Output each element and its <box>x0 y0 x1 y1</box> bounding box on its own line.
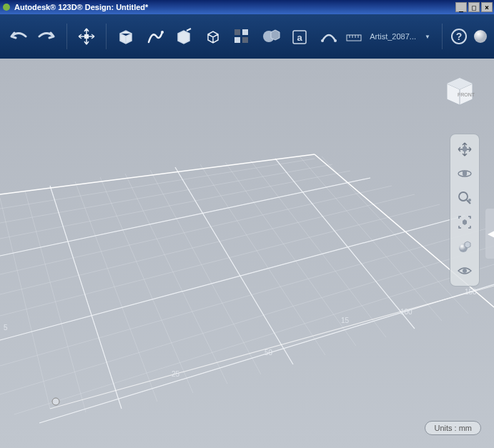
svg-rect-3 <box>234 29 240 35</box>
cube-icon <box>116 26 136 46</box>
modify-icon <box>203 26 223 46</box>
svg-rect-5 <box>234 37 240 43</box>
grid-label: 5 <box>4 324 8 332</box>
pan-icon <box>457 141 473 157</box>
window-title: Autodesk® 123D® Design: Untitled* <box>14 3 455 11</box>
navigation-bar <box>450 134 480 287</box>
modify-button[interactable] <box>201 22 225 51</box>
svg-point-0 <box>3 4 10 11</box>
grid-label: 100 <box>400 308 413 316</box>
svg-rect-4 <box>242 29 248 35</box>
redo-button[interactable] <box>34 22 59 51</box>
close-button[interactable]: × <box>481 2 493 12</box>
undo-icon <box>6 29 30 44</box>
text-button[interactable]: a <box>287 22 312 51</box>
svg-point-10 <box>321 39 324 42</box>
toolbar-separator <box>106 24 107 49</box>
sphere-icon <box>473 29 488 44</box>
svg-rect-6 <box>242 37 248 43</box>
svg-rect-12 <box>347 35 361 41</box>
ruler-icon <box>345 29 362 44</box>
measure-icon <box>319 26 339 46</box>
sketch-button[interactable] <box>143 22 167 51</box>
grid-label: 15 <box>341 317 350 324</box>
viewcube[interactable]: FRONT <box>440 69 480 109</box>
sketch-icon <box>145 26 165 46</box>
text-icon: a <box>290 26 310 46</box>
sphere-button[interactable] <box>473 22 488 51</box>
materials-icon <box>457 239 473 254</box>
fit-button[interactable] <box>453 211 476 233</box>
move-button[interactable] <box>74 22 99 51</box>
maximize-button[interactable]: □ <box>468 2 480 12</box>
svg-point-15 <box>474 30 487 43</box>
svg-point-57 <box>468 199 471 201</box>
user-label[interactable]: Artist_2087... <box>370 32 416 41</box>
zoom-button[interactable] <box>453 187 476 209</box>
viewport[interactable]: 25 50 100 150 5 15 FRONT <box>0 59 494 448</box>
minimize-button[interactable]: _ <box>455 2 467 12</box>
svg-text:FRONT: FRONT <box>458 92 475 97</box>
measure-button[interactable] <box>317 22 341 51</box>
toolbar-separator <box>442 24 443 49</box>
svg-point-11 <box>334 39 337 42</box>
construct-icon <box>174 26 194 46</box>
undo-button[interactable] <box>6 22 30 51</box>
zoom-icon <box>457 190 473 206</box>
construct-button[interactable] <box>172 22 196 51</box>
pan-button[interactable] <box>453 139 476 160</box>
window-controls: _ □ × <box>455 2 493 12</box>
grid-plane: 25 50 100 150 5 15 <box>0 59 494 448</box>
orbit-icon <box>457 166 473 181</box>
units-badge[interactable]: Units : mm <box>425 421 481 435</box>
fit-icon <box>457 214 473 230</box>
combine-button[interactable] <box>259 22 283 51</box>
pattern-button[interactable] <box>229 22 254 51</box>
window-titlebar: Autodesk® 123D® Design: Untitled* _ □ × <box>0 0 494 14</box>
svg-point-2 <box>161 31 164 34</box>
svg-point-59 <box>463 269 467 273</box>
pattern-icon <box>232 27 251 46</box>
eye-icon <box>457 265 473 277</box>
move-icon <box>76 26 97 46</box>
app-icon <box>1 2 11 12</box>
svg-text:?: ? <box>455 31 462 42</box>
help-icon: ? <box>450 28 468 45</box>
viewcube-icon: FRONT <box>440 69 480 109</box>
ruler-button[interactable] <box>345 22 362 51</box>
svg-point-52 <box>52 398 59 405</box>
main-toolbar: a Artist_2087... ▼ ? <box>0 14 494 59</box>
toolbar-separator <box>66 24 67 49</box>
grid-label: 25 <box>172 370 180 378</box>
panel-expand-tab[interactable]: ◀ <box>485 209 494 259</box>
materials-button[interactable] <box>453 236 476 257</box>
orbit-button[interactable] <box>453 163 476 184</box>
primitives-button[interactable] <box>114 22 138 51</box>
visibility-button[interactable] <box>453 260 476 282</box>
redo-icon <box>35 29 59 44</box>
svg-text:a: a <box>297 32 303 43</box>
chevron-left-icon: ◀ <box>488 229 494 239</box>
grid-label: 150 <box>465 288 477 296</box>
help-button[interactable]: ? <box>450 22 468 51</box>
svg-point-55 <box>459 192 468 201</box>
combine-icon <box>261 26 281 46</box>
user-dropdown-icon[interactable]: ▼ <box>425 34 430 40</box>
grid-label: 50 <box>265 349 273 357</box>
svg-rect-1 <box>84 34 89 39</box>
